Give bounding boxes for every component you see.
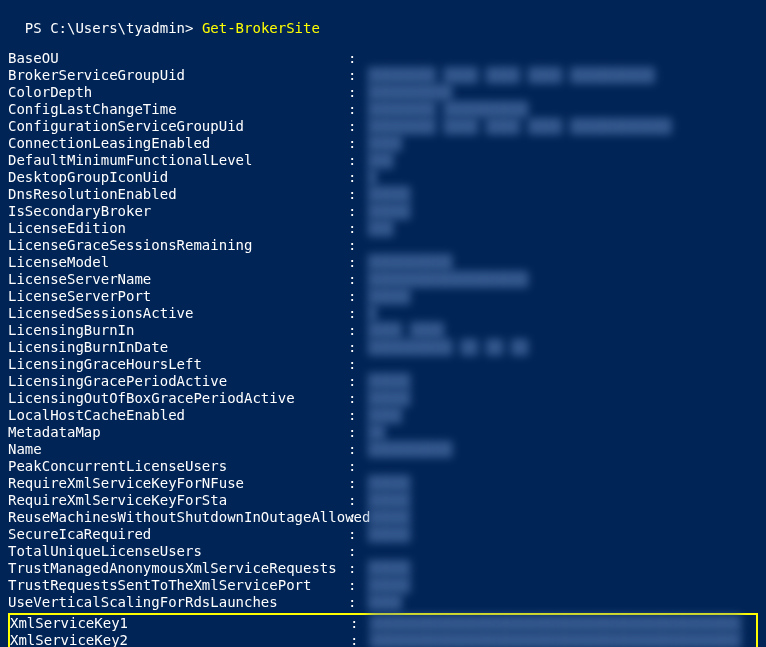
property-value: █████ (368, 526, 758, 543)
property-separator: : (348, 203, 368, 220)
property-name: Name (8, 441, 348, 458)
property-row: ColorDepth: ██████████ (8, 84, 758, 101)
property-value (368, 50, 758, 67)
property-value: ██████████ (368, 84, 758, 101)
property-row: RequireXmlServiceKeyForSta: █████ (8, 492, 758, 509)
property-separator: : (348, 271, 368, 288)
property-separator: : (348, 543, 368, 560)
property-row: LicensingGracePeriodActive: █████ (8, 373, 758, 390)
property-value: ████████████████████████████████████████… (370, 632, 756, 647)
property-separator: : (348, 67, 368, 84)
property-row: MetadataMap: ██ (8, 424, 758, 441)
property-row: BaseOU: (8, 50, 758, 67)
property-value: ███ (368, 220, 758, 237)
property-row: XmlServiceKey1: ████████████████████████… (10, 615, 756, 632)
property-name: UseVerticalScalingForRdsLaunches (8, 594, 348, 611)
property-value: █████ (368, 390, 758, 407)
property-name: XmlServiceKey2 (10, 632, 350, 647)
property-name: LicenseGraceSessionsRemaining (8, 237, 348, 254)
property-name: MetadataMap (8, 424, 348, 441)
property-row: LicenseModel: ██████████ (8, 254, 758, 271)
property-value: ███ (368, 152, 758, 169)
property-row: LicensingOutOfBoxGracePeriodActive: ████… (8, 390, 758, 407)
property-row: ConnectionLeasingEnabled: ████ (8, 135, 758, 152)
property-value: ████████ ████ ████ ████ ██████████ (368, 67, 758, 84)
property-name: LicenseServerPort (8, 288, 348, 305)
property-separator: : (348, 560, 368, 577)
property-value: ███████████████████ (368, 271, 758, 288)
property-separator: : (348, 424, 368, 441)
property-row: ConfigurationServiceGroupUid: ████████ █… (8, 118, 758, 135)
property-name: LicensedSessionsActive (8, 305, 348, 322)
property-name: TrustRequestsSentToTheXmlServicePort (8, 577, 348, 594)
property-value: █████ (368, 475, 758, 492)
property-separator: : (348, 84, 368, 101)
property-row: LicensedSessionsActive: █ (8, 305, 758, 322)
property-row: DnsResolutionEnabled: █████ (8, 186, 758, 203)
property-row: PeakConcurrentLicenseUsers: (8, 458, 758, 475)
property-name: ConnectionLeasingEnabled (8, 135, 348, 152)
property-row: UseVerticalScalingForRdsLaunches: ████ (8, 594, 758, 611)
property-value: █ (368, 169, 758, 186)
property-name: LicenseEdition (8, 220, 348, 237)
property-value: ████████ ██████████ (368, 101, 758, 118)
property-separator: : (348, 373, 368, 390)
command: Get-BrokerSite (202, 20, 320, 36)
property-separator: : (348, 237, 368, 254)
property-row: DefaultMinimumFunctionalLevel: ███ (8, 152, 758, 169)
property-value: ████████ ████ ████ ████ ████████████ (368, 118, 758, 135)
property-value: ████ (368, 407, 758, 424)
property-value: █████ (368, 577, 758, 594)
property-value: ████ (368, 135, 758, 152)
property-row: TrustRequestsSentToTheXmlServicePort: ██… (8, 577, 758, 594)
property-value: ██████████ ██ ██ ██ (368, 339, 758, 356)
property-name: ColorDepth (8, 84, 348, 101)
property-row: ReuseMachinesWithoutShutdownInOutageAllo… (8, 509, 758, 526)
property-separator: : (348, 288, 368, 305)
property-value: ██████████ (368, 441, 758, 458)
property-row: LicensingBurnInDate: ██████████ ██ ██ ██ (8, 339, 758, 356)
property-separator: : (348, 526, 368, 543)
property-row: LicensingGraceHoursLeft: (8, 356, 758, 373)
property-name: BrokerServiceGroupUid (8, 67, 348, 84)
prompt-line: PS C:\Users\tyadmin> Get-BrokerSite (8, 4, 758, 36)
property-separator: : (348, 220, 368, 237)
property-separator: : (348, 441, 368, 458)
property-separator: : (350, 632, 370, 647)
property-name: LicensingBurnIn (8, 322, 348, 339)
property-value: █████ (368, 288, 758, 305)
property-row: LicenseGraceSessionsRemaining: (8, 237, 758, 254)
property-name: RequireXmlServiceKeyForSta (8, 492, 348, 509)
property-row: Name: ██████████ (8, 441, 758, 458)
property-separator: : (348, 186, 368, 203)
property-row: RequireXmlServiceKeyForNFuse: █████ (8, 475, 758, 492)
property-value: █████ (368, 560, 758, 577)
property-name: SecureIcaRequired (8, 526, 348, 543)
property-row: IsSecondaryBroker: █████ (8, 203, 758, 220)
property-separator: : (348, 339, 368, 356)
property-value: █████ (368, 373, 758, 390)
property-name: ConfigLastChangeTime (8, 101, 348, 118)
property-name: DefaultMinimumFunctionalLevel (8, 152, 348, 169)
property-name: LicensingOutOfBoxGracePeriodActive (8, 390, 348, 407)
property-name: LicensingGraceHoursLeft (8, 356, 348, 373)
property-value: █ (368, 305, 758, 322)
property-value (368, 237, 758, 254)
property-name: ReuseMachinesWithoutShutdownInOutageAllo… (8, 509, 348, 526)
property-row: LicenseEdition: ███ (8, 220, 758, 237)
property-separator: : (348, 50, 368, 67)
property-name: TrustManagedAnonymousXmlServiceRequests (8, 560, 348, 577)
property-separator: : (348, 475, 368, 492)
property-value: █████ (368, 186, 758, 203)
property-row: LocalHostCacheEnabled: ████ (8, 407, 758, 424)
property-separator: : (348, 101, 368, 118)
property-separator: : (348, 407, 368, 424)
property-name: IsSecondaryBroker (8, 203, 348, 220)
property-row: XmlServiceKey2: ████████████████████████… (10, 632, 756, 647)
property-name: RequireXmlServiceKeyForNFuse (8, 475, 348, 492)
property-value (368, 543, 758, 560)
property-separator: : (348, 169, 368, 186)
property-separator: : (348, 594, 368, 611)
property-name: PeakConcurrentLicenseUsers (8, 458, 348, 475)
property-name: LicensingGracePeriodActive (8, 373, 348, 390)
